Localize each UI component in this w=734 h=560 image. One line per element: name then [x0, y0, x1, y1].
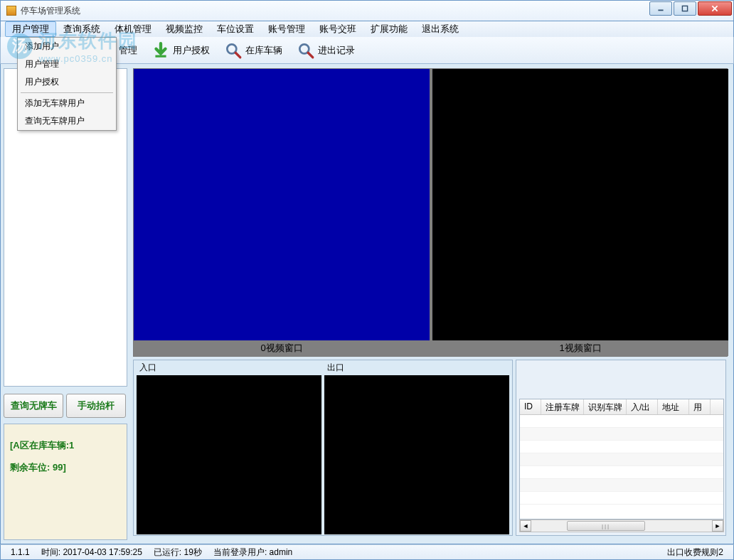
- th-inout[interactable]: 入/出: [627, 399, 658, 414]
- th-addr[interactable]: 地址: [658, 399, 689, 414]
- menu-account-manage[interactable]: 账号管理: [261, 21, 312, 37]
- dd-add-noplate[interactable]: 添加无车牌用户: [18, 95, 116, 112]
- svg-rect-1: [682, 6, 687, 11]
- menu-bar: 用户管理 查询系统 体机管理 视频监控 车位设置 账号管理 账号交班 扩展功能 …: [0, 21, 734, 37]
- window-title: 停车场管理系统: [21, 5, 80, 17]
- table-area: ID 注册车牌 识别车牌 入/出 地址 用 ◄: [516, 360, 726, 536]
- tb-in-out-log-label: 进出记录: [318, 44, 355, 57]
- status-version: 1.1.1: [5, 547, 36, 557]
- data-table[interactable]: ID 注册车牌 识别车牌 入/出 地址 用: [519, 399, 724, 519]
- table-row[interactable]: [520, 441, 723, 453]
- menu-user-manage[interactable]: 用户管理: [5, 21, 56, 37]
- video-area: 0视频窗口 1视频窗口: [133, 68, 728, 357]
- minimize-button[interactable]: [649, 1, 672, 16]
- table-row[interactable]: [520, 466, 723, 479]
- lower-area: 入口 出口 ID 注册车牌 识别车牌 入/出 地址 用: [133, 360, 728, 539]
- status-user: 当前登录用户: admin: [208, 546, 298, 559]
- left-status-box: [A区在库车辆:1 剩余车位: 99]: [4, 424, 127, 540]
- entrance-feed[interactable]: [137, 375, 321, 534]
- status-runtime: 已运行: 19秒: [148, 546, 208, 559]
- status-line2: 剩余车位: 99]: [10, 456, 121, 478]
- table-row[interactable]: [520, 492, 723, 505]
- tb-user-auth-label: 用户授权: [173, 44, 210, 57]
- dd-user-manage[interactable]: 用户管理: [18, 55, 116, 73]
- table-row[interactable]: [520, 479, 723, 492]
- video-feed-0[interactable]: [134, 69, 430, 340]
- svg-line-6: [235, 53, 240, 58]
- th-id[interactable]: ID: [520, 399, 541, 414]
- svg-line-8: [308, 53, 313, 58]
- status-rule: 出口收费规则2: [661, 546, 729, 559]
- maximize-button[interactable]: [674, 1, 696, 16]
- exit-label: 出口: [324, 362, 511, 374]
- th-rec-plate[interactable]: 识别车牌: [584, 399, 627, 414]
- tb-manage-label: 管理: [119, 44, 137, 57]
- menu-extend[interactable]: 扩展功能: [363, 21, 415, 37]
- table-row[interactable]: [520, 453, 723, 466]
- video-panel-0: 0视频窗口: [134, 69, 430, 356]
- title-bar: 停车场管理系统: [0, 0, 734, 21]
- video-feed-1[interactable]: [432, 69, 728, 340]
- entrance-label: 入口: [137, 362, 323, 374]
- table-header: ID 注册车牌 识别车牌 入/出 地址 用: [520, 399, 723, 415]
- dd-query-noplate[interactable]: 查询无车牌用户: [18, 112, 116, 130]
- menu-exit[interactable]: 退出系统: [415, 21, 466, 37]
- scroll-left-icon[interactable]: ◄: [520, 520, 531, 532]
- dd-separator: [21, 92, 113, 93]
- h-scrollbar[interactable]: ◄ ||| ►: [519, 519, 724, 532]
- main-frame: 查询无牌车 手动抬杆 [A区在库车辆:1 剩余车位: 99] 0视频窗口 1视频…: [0, 64, 734, 544]
- tb-in-stock[interactable]: 在库车辆: [217, 40, 289, 61]
- io-group: 入口 出口: [133, 360, 513, 536]
- tb-in-stock-label: 在库车辆: [245, 44, 282, 57]
- status-bar: 1.1.1 时间: 2017-04-03 17:59:25 已运行: 19秒 当…: [0, 544, 734, 560]
- user-manage-dropdown: 添加用户 用户管理 用户授权 添加无车牌用户 查询无车牌用户: [17, 37, 117, 131]
- status-time: 时间: 2017-04-03 17:59:25: [36, 546, 148, 559]
- dd-user-auth[interactable]: 用户授权: [18, 73, 116, 91]
- svg-rect-4: [155, 55, 166, 57]
- menu-parking-setting[interactable]: 车位设置: [210, 21, 261, 37]
- video-panel-1: 1视频窗口: [432, 69, 728, 356]
- status-line1: [A区在库车辆:1: [10, 434, 121, 456]
- menu-video-monitor[interactable]: 视频监控: [159, 21, 210, 37]
- close-button[interactable]: [698, 1, 732, 16]
- menu-machine-manage[interactable]: 体机管理: [107, 21, 159, 37]
- th-use[interactable]: 用: [689, 399, 711, 414]
- th-reg-plate[interactable]: 注册车牌: [541, 399, 584, 414]
- menu-query-system[interactable]: 查询系统: [56, 21, 107, 37]
- manual-lift-button[interactable]: 手动抬杆: [66, 394, 126, 418]
- app-icon: [6, 6, 16, 16]
- tb-in-out-log[interactable]: 进出记录: [289, 40, 362, 61]
- scroll-right-icon[interactable]: ►: [712, 520, 723, 532]
- entrance-panel: 入口: [137, 362, 323, 534]
- download-arrow-icon: [151, 41, 170, 60]
- table-row[interactable]: [520, 428, 723, 441]
- tb-user-auth[interactable]: 用户授权: [144, 40, 217, 61]
- magnifier-icon: [297, 41, 315, 60]
- scroll-thumb[interactable]: |||: [567, 521, 645, 531]
- video-label-1: 1视频窗口: [432, 340, 728, 356]
- dd-add-user[interactable]: 添加用户: [18, 38, 116, 55]
- video-label-0: 0视频窗口: [134, 340, 430, 356]
- table-row[interactable]: [520, 415, 723, 428]
- magnifier-icon: [224, 41, 243, 60]
- query-noplate-button[interactable]: 查询无牌车: [4, 394, 63, 418]
- table-body: [520, 415, 723, 505]
- menu-account-shift[interactable]: 账号交班: [312, 21, 363, 37]
- exit-feed[interactable]: [324, 375, 509, 534]
- exit-panel: 出口: [324, 362, 511, 534]
